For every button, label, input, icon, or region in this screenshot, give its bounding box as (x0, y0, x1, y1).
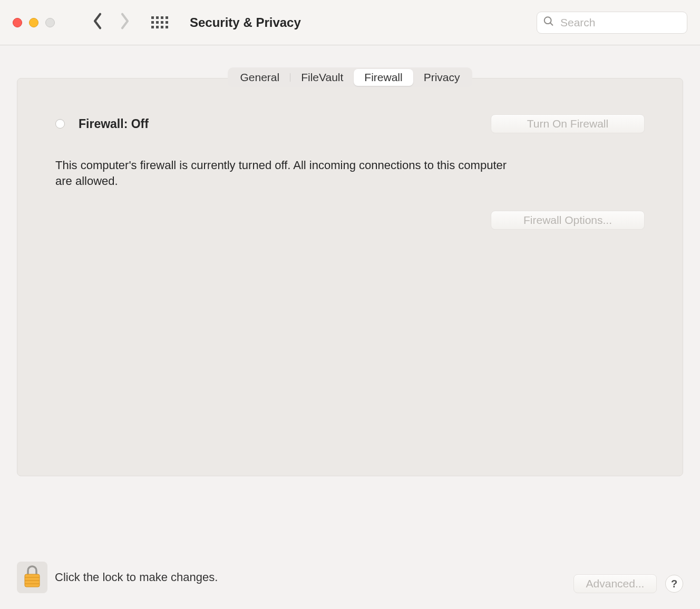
advanced-button[interactable]: Advanced... (573, 574, 657, 593)
lock-button[interactable] (17, 562, 47, 593)
grid-icon (151, 16, 168, 28)
content-panel: Firewall: Off Turn On Firewall This comp… (17, 78, 683, 476)
chevron-right-icon (120, 12, 130, 33)
search-field-wrap (537, 12, 687, 34)
svg-line-1 (550, 23, 553, 25)
tab-privacy[interactable]: Privacy (413, 69, 471, 86)
tab-general[interactable]: General (229, 69, 290, 86)
close-window-button[interactable] (13, 18, 22, 27)
forward-button[interactable] (115, 11, 135, 34)
footer-right: Advanced... ? (573, 574, 683, 593)
firewall-status-left: Firewall: Off (55, 117, 149, 131)
window-controls (13, 18, 55, 27)
show-all-button[interactable] (150, 13, 170, 33)
turn-on-firewall-button[interactable]: Turn On Firewall (491, 114, 645, 133)
back-button[interactable] (88, 11, 108, 34)
zoom-window-button[interactable] (45, 18, 55, 27)
minimize-window-button[interactable] (29, 18, 38, 27)
firewall-status-row: Firewall: Off Turn On Firewall (55, 114, 645, 133)
search-icon (543, 15, 555, 30)
firewall-description: This computer's firewall is currently tu… (55, 158, 514, 189)
lock-icon (22, 564, 43, 592)
firewall-options-row: Firewall Options... (55, 211, 645, 230)
search-input[interactable] (537, 12, 687, 34)
tab-bar: General FileVault Firewall Privacy (228, 67, 472, 87)
lock-hint-text: Click the lock to make changes. (55, 571, 218, 584)
help-button[interactable]: ? (665, 575, 683, 593)
footer-left: Click the lock to make changes. (17, 562, 218, 593)
footer: Click the lock to make changes. Advanced… (0, 542, 700, 609)
status-indicator-icon (55, 119, 65, 129)
firewall-options-button[interactable]: Firewall Options... (491, 211, 645, 230)
firewall-status-label: Firewall: Off (79, 117, 149, 131)
tab-filevault[interactable]: FileVault (290, 69, 354, 86)
toolbar: Security & Privacy (0, 0, 700, 45)
help-icon: ? (671, 578, 677, 590)
chevron-left-icon (92, 12, 103, 33)
window-title: Security & Privacy (190, 15, 529, 30)
tab-firewall[interactable]: Firewall (354, 69, 413, 86)
